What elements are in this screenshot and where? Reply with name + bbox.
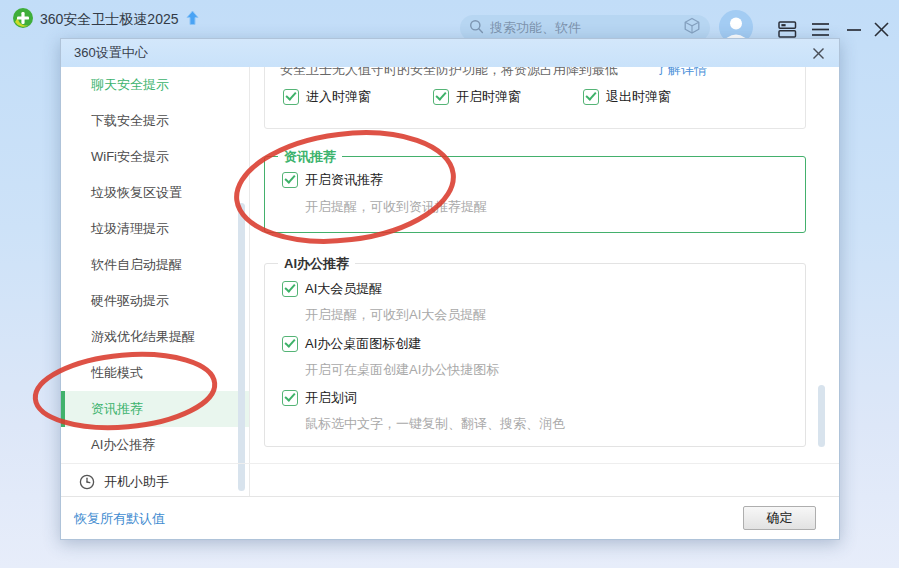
checkbox-row-exit-popup: 退出时弹窗: [583, 88, 671, 106]
search-placeholder: 搜索功能、软件: [490, 19, 677, 37]
clock-icon: [79, 474, 95, 490]
sidebar-item-chat-safety[interactable]: 聊天安全提示: [61, 67, 249, 103]
sidebar: 聊天安全提示 下载安全提示 WiFi安全提示 垃圾恢复区设置 垃圾清理提示 软件…: [61, 67, 249, 463]
cube-icon[interactable]: [683, 17, 701, 39]
sidebar-item-cleanup-tips[interactable]: 垃圾清理提示: [61, 211, 249, 247]
sidebar-item-ai-office[interactable]: AI办公推荐: [61, 427, 249, 463]
reset-defaults-link[interactable]: 恢复所有默认值: [74, 510, 165, 528]
sidebar-item-download-safety[interactable]: 下载安全提示: [61, 103, 249, 139]
exit-popup-label[interactable]: 退出时弹窗: [606, 88, 671, 106]
word-select-checkbox[interactable]: [282, 390, 298, 406]
app-window: 360安全卫士极速2025 搜索功能、软件: [0, 0, 899, 568]
dialog-footer: 恢复所有默认值 确定: [61, 496, 839, 539]
main-menu-button[interactable]: [810, 20, 830, 38]
settings-dialog: 360设置中心 聊天安全提示 下载安全提示 WiFi安全提示 垃圾恢复区设置 垃…: [60, 38, 840, 540]
enter-popup-checkbox[interactable]: [283, 89, 299, 105]
menu-icon: [811, 22, 830, 37]
exit-popup-checkbox[interactable]: [583, 89, 599, 105]
ai-member-label[interactable]: AI大会员提醒: [305, 280, 382, 298]
upgrade-arrow-icon[interactable]: [186, 10, 199, 30]
layout-toggle-button[interactable]: [777, 20, 797, 38]
content-scrollbar[interactable]: [818, 385, 825, 447]
checkbox-row-ai-desktop-icon: AI办公桌面图标创建: [282, 335, 421, 353]
search-icon: [469, 19, 484, 38]
news-recommend-label[interactable]: 开启资讯推荐: [305, 171, 383, 189]
sidebar-item-performance-mode[interactable]: 性能模式: [61, 355, 249, 391]
sidebar-item-news-recommend[interactable]: 资讯推荐: [61, 391, 249, 427]
checkbox-row-news: 开启资讯推荐: [282, 171, 383, 189]
sidebar-scrollbar[interactable]: [238, 203, 245, 491]
dialog-close-button[interactable]: [810, 45, 826, 61]
checkbox-row-word-select: 开启划词: [282, 389, 357, 407]
sidebar-item-recycle-zone[interactable]: 垃圾恢复区设置: [61, 175, 249, 211]
word-select-desc: 鼠标选中文字，一键复制、翻译、搜索、润色: [305, 415, 565, 433]
close-button[interactable]: [871, 20, 891, 38]
open-popup-label[interactable]: 开启时弹窗: [456, 88, 521, 106]
sidebar-item-wifi-safety[interactable]: WiFi安全提示: [61, 139, 249, 175]
app-logo-icon: [13, 8, 33, 32]
titlebar-left: 360安全卫士极速2025: [13, 8, 199, 32]
minimize-icon: [846, 21, 862, 37]
dialog-body: 聊天安全提示 下载安全提示 WiFi安全提示 垃圾恢复区设置 垃圾清理提示 软件…: [61, 67, 839, 497]
popup-section-description: 安全卫士无人值守时的安全防护功能，将资源占用降到最低: [280, 67, 618, 79]
dialog-header: 360设置中心: [61, 39, 839, 67]
news-recommend-section: 资讯推荐 开启资讯推荐 开启提醒，可收到资讯推荐提醒: [264, 156, 806, 233]
news-recommend-desc: 开启提醒，可收到资讯推荐提醒: [305, 198, 487, 216]
boot-helper-label: 开机小助手: [104, 473, 169, 491]
checkbox-row-ai-member: AI大会员提醒: [282, 280, 382, 298]
news-section-legend: 资讯推荐: [278, 148, 342, 165]
ai-section-legend: AI办公推荐: [278, 255, 355, 272]
sidebar-item-boot-helper[interactable]: 开机小助手: [61, 464, 249, 500]
ai-desktop-icon-checkbox[interactable]: [282, 336, 298, 352]
open-popup-checkbox[interactable]: [433, 89, 449, 105]
ai-office-section: AI办公推荐 AI大会员提醒 开启提醒，可收到AI大会员提醒 AI办公桌面图标创…: [264, 263, 806, 447]
ai-member-checkbox[interactable]: [282, 281, 298, 297]
enter-popup-label[interactable]: 进入时弹窗: [306, 88, 371, 106]
settings-content: 安全卫士无人值守时的安全防护功能，将资源占用降到最低 了解详情 进入时弹窗 开启…: [250, 67, 841, 499]
news-recommend-checkbox[interactable]: [282, 172, 298, 188]
close-icon: [873, 21, 890, 38]
popup-settings-section: 安全卫士无人值守时的安全防护功能，将资源占用降到最低 了解详情 进入时弹窗 开启…: [264, 67, 806, 129]
minimize-button[interactable]: [844, 20, 864, 38]
sidebar-item-autostart-remind[interactable]: 软件自启动提醒: [61, 247, 249, 283]
body-bottom-row: 开机小助手: [61, 463, 839, 500]
sidebar-item-driver-tips[interactable]: 硬件驱动提示: [61, 283, 249, 319]
dialog-title: 360设置中心: [74, 44, 148, 62]
layout-toggle-icon: [778, 21, 797, 38]
sidebar-item-game-optimize[interactable]: 游戏优化结果提醒: [61, 319, 249, 355]
dialog-close-icon: [812, 47, 825, 60]
checkbox-row-open-popup: 开启时弹窗: [433, 88, 521, 106]
ai-member-desc: 开启提醒，可收到AI大会员提醒: [305, 306, 486, 324]
app-title: 360安全卫士极速2025: [40, 11, 179, 29]
word-select-label[interactable]: 开启划词: [305, 389, 357, 407]
checkbox-row-enter-popup: 进入时弹窗: [283, 88, 371, 106]
ai-desktop-icon-desc: 开启可在桌面创建AI办公快捷图标: [305, 361, 499, 379]
ok-button[interactable]: 确定: [743, 506, 816, 530]
detail-link[interactable]: 了解详情: [655, 67, 707, 79]
ai-desktop-icon-label[interactable]: AI办公桌面图标创建: [305, 335, 421, 353]
